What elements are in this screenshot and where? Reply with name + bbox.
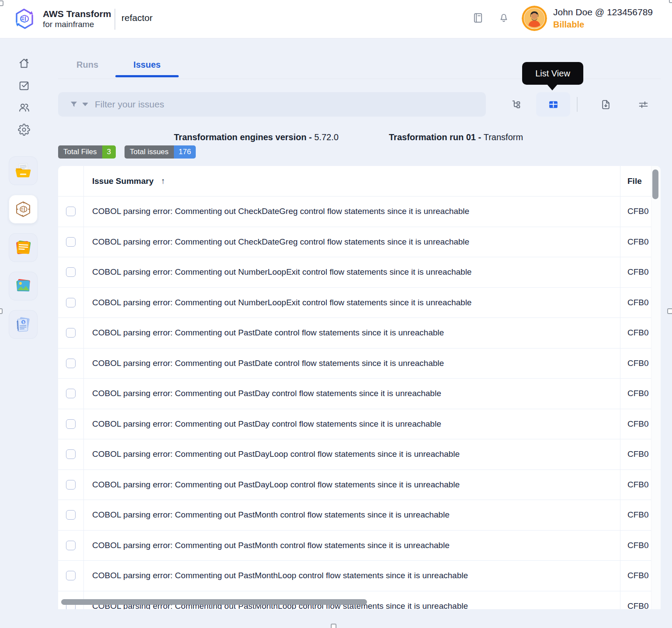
- issue-summary-cell[interactable]: COBOL parsing error: Commenting out Past…: [84, 409, 620, 439]
- issue-summary-cell[interactable]: COBOL parsing error: Commenting out Past…: [84, 318, 620, 348]
- table-row[interactable]: COBOL parsing error: Commenting out Past…: [58, 439, 661, 470]
- tab-issues[interactable]: Issues: [115, 56, 179, 73]
- selection-handle: [669, 0, 672, 3]
- issue-summary-cell[interactable]: COBOL parsing error: Commenting out Past…: [84, 561, 620, 591]
- top-header: AWS Transform for mainframe refactor Joh…: [0, 0, 672, 38]
- row-checkbox-cell: [58, 257, 84, 287]
- row-checkbox[interactable]: [66, 510, 76, 520]
- engines-version-value: 5.72.0: [314, 132, 339, 142]
- issue-summary-cell[interactable]: COBOL parsing error: Commenting out Past…: [84, 379, 620, 409]
- row-checkbox[interactable]: [66, 541, 76, 550]
- row-checkbox-cell: [58, 227, 84, 257]
- run-sep: -: [476, 132, 484, 142]
- vertical-scrollbar-track[interactable]: [651, 166, 661, 609]
- row-checkbox-cell: [58, 500, 84, 530]
- run-text: Trasformation run 01 - Transform: [389, 132, 523, 142]
- documents-folder-app-icon[interactable]: [9, 156, 38, 185]
- issue-summary-cell[interactable]: COBOL parsing error: Commenting out Past…: [84, 470, 620, 500]
- row-checkbox-cell: [58, 379, 84, 409]
- tasks-check-icon[interactable]: [18, 79, 30, 92]
- issue-summary-cell[interactable]: COBOL parsing error: Commenting out Past…: [84, 531, 620, 561]
- row-checkbox-cell: [58, 288, 84, 318]
- column-settings-icon: [638, 99, 649, 110]
- row-checkbox-cell: [58, 409, 84, 439]
- tree-view-button[interactable]: [499, 92, 533, 117]
- settings-gear-icon[interactable]: [18, 124, 30, 136]
- table-row[interactable]: COBOL parsing error: Commenting out Numb…: [58, 288, 661, 318]
- issue-summary-cell[interactable]: COBOL parsing error: Commenting out Numb…: [84, 288, 620, 318]
- row-checkbox[interactable]: [66, 267, 76, 277]
- row-checkbox[interactable]: [66, 298, 76, 307]
- row-checkbox[interactable]: [66, 571, 76, 580]
- photos-stack-app-icon[interactable]: [9, 272, 38, 300]
- vertical-scrollbar-thumb[interactable]: [652, 169, 658, 199]
- user-avatar[interactable]: [522, 6, 547, 31]
- table-row[interactable]: COBOL parsing error: Commenting out Past…: [58, 561, 661, 591]
- column-settings-button[interactable]: [626, 92, 660, 117]
- issues-filter-input[interactable]: Filter your issues: [58, 92, 486, 117]
- table-row[interactable]: COBOL parsing error: Commenting out Chec…: [58, 227, 661, 258]
- selection-handle: [331, 624, 336, 628]
- logo-text: AWS Transform for mainframe: [43, 8, 111, 29]
- active-tab-underline: [115, 75, 179, 77]
- selection-handle: [0, 308, 3, 314]
- header-divider: [114, 9, 115, 30]
- tab-runs[interactable]: Runs: [66, 56, 109, 73]
- engines-version-text: Transformation engines version - 5.72.0: [174, 132, 339, 142]
- issues-table: Issue Summary ↑ File COBOL parsing error…: [58, 166, 661, 609]
- list-view-button[interactable]: [536, 92, 570, 117]
- row-checkbox[interactable]: [66, 328, 76, 338]
- table-row[interactable]: COBOL parsing error: Commenting out Past…: [58, 470, 661, 500]
- aws-transform-app: AWS Transform for mainframe refactor Joh…: [0, 0, 672, 628]
- issue-summary-cell[interactable]: COBOL parsing error: Commenting out Chec…: [84, 197, 620, 227]
- table-row[interactable]: COBOL parsing error: Commenting out Past…: [58, 531, 661, 561]
- row-checkbox[interactable]: [66, 207, 76, 216]
- notifications-bell-icon[interactable]: [498, 12, 509, 24]
- filter-placeholder: Filter your issues: [95, 99, 164, 110]
- horizontal-scrollbar-thumb[interactable]: [61, 599, 367, 605]
- user-status-badge: Billable: [553, 18, 653, 31]
- docs-book-icon[interactable]: [472, 12, 484, 24]
- row-checkbox[interactable]: [66, 480, 76, 490]
- home-icon[interactable]: [18, 57, 30, 69]
- export-file-button[interactable]: [589, 92, 623, 117]
- users-icon[interactable]: [18, 101, 30, 114]
- table-row[interactable]: COBOL parsing error: Commenting out Chec…: [58, 197, 661, 227]
- row-checkbox[interactable]: [66, 449, 76, 459]
- header-checkbox-cell: [58, 166, 84, 196]
- user-name: John Doe @ 123456789: [553, 6, 653, 18]
- toolbar-divider: [577, 97, 578, 112]
- row-checkbox[interactable]: [66, 237, 76, 247]
- table-row[interactable]: COBOL parsing error: Commenting out Numb…: [58, 257, 661, 288]
- run-label: Trasformation run 01: [389, 132, 476, 142]
- table-row[interactable]: COBOL parsing error: Commenting out Past…: [58, 349, 661, 379]
- product-name: refactor: [121, 13, 152, 23]
- table-row[interactable]: COBOL parsing error: Commenting out Past…: [58, 379, 661, 409]
- row-checkbox[interactable]: [66, 389, 76, 398]
- user-block[interactable]: John Doe @ 123456789 Billable: [553, 6, 653, 31]
- filter-dropdown-caret-icon[interactable]: [82, 103, 88, 106]
- issue-summary-column-header[interactable]: Issue Summary ↑: [84, 166, 620, 196]
- logo-title: AWS Transform: [43, 8, 111, 19]
- total-files-value: 3: [102, 145, 116, 159]
- billing-doc-app-icon[interactable]: $: [9, 310, 38, 339]
- svg-text:$: $: [22, 320, 24, 324]
- notes-stack-app-icon[interactable]: [9, 233, 38, 262]
- row-checkbox[interactable]: [66, 419, 76, 429]
- issue-summary-cell[interactable]: COBOL parsing error: Commenting out Past…: [84, 500, 620, 530]
- issue-summary-cell[interactable]: COBOL parsing error: Commenting out Chec…: [84, 227, 620, 257]
- transform-hex-brain-app-icon[interactable]: [9, 195, 38, 224]
- tree-view-icon: [511, 99, 522, 110]
- issue-summary-cell[interactable]: COBOL parsing error: Commenting out Past…: [84, 439, 620, 469]
- app-logo: AWS Transform for mainframe: [12, 7, 111, 31]
- table-row[interactable]: COBOL parsing error: Commenting out Past…: [58, 409, 661, 440]
- table-row[interactable]: COBOL parsing error: Commenting out Past…: [58, 318, 661, 349]
- row-checkbox[interactable]: [66, 359, 76, 368]
- row-checkbox-cell: [58, 349, 84, 379]
- row-checkbox-cell: [58, 470, 84, 500]
- total-issues-value: 176: [174, 145, 196, 159]
- table-row[interactable]: COBOL parsing error: Commenting out Past…: [58, 500, 661, 531]
- sort-ascending-icon[interactable]: ↑: [161, 176, 165, 186]
- issue-summary-cell[interactable]: COBOL parsing error: Commenting out Past…: [84, 349, 620, 379]
- issue-summary-cell[interactable]: COBOL parsing error: Commenting out Numb…: [84, 257, 620, 287]
